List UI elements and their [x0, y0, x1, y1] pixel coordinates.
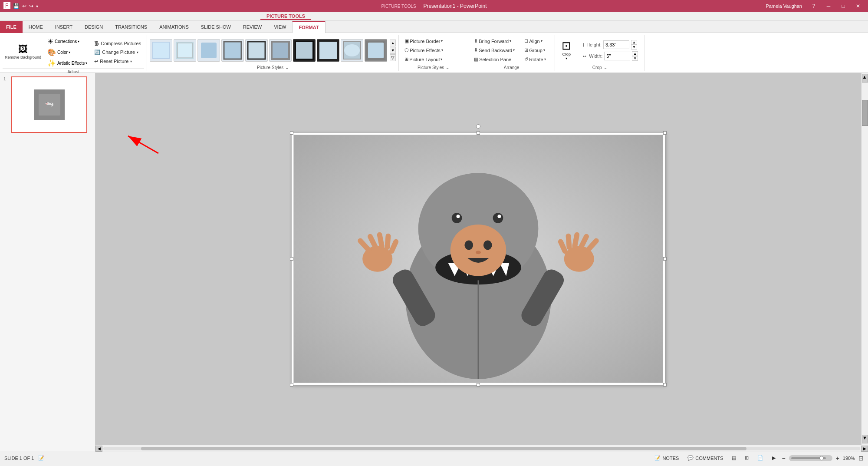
- rotate-icon: ↺: [524, 56, 528, 62]
- change-icon: 🔄: [94, 50, 100, 55]
- ribbon-tabs-wrapper: PICTURE TOOLS FILE HOME INSERT DESIGN TR…: [0, 12, 868, 33]
- color-button[interactable]: 🎨 Color ▾: [45, 47, 89, 57]
- color-icon: 🎨: [47, 48, 56, 56]
- picture-style-10[interactable]: [365, 39, 387, 62]
- send-backward-button[interactable]: ⬇ Send Backward ▾: [471, 46, 518, 54]
- comments-button[interactable]: 💬 COMMENTS: [685, 454, 726, 462]
- zoom-out-button[interactable]: −: [782, 455, 785, 462]
- tab-insert[interactable]: INSERT: [49, 21, 79, 33]
- compress-pictures-button[interactable]: 🗜 Compress Pictures: [91, 40, 144, 47]
- picture-border-button[interactable]: ▣ Picture Border ▾: [401, 37, 446, 45]
- handle-ml[interactable]: [290, 257, 293, 261]
- status-bar: SLIDE 1 OF 1 📝 📝 NOTES 💬 COMMENTS ▤ ⊞ 📄 …: [0, 452, 868, 464]
- align-button[interactable]: ⊟ Align ▾: [521, 37, 549, 45]
- tab-design[interactable]: DESIGN: [79, 21, 109, 33]
- picture-style-6[interactable]: [269, 39, 292, 62]
- zoom-level[interactable]: 190%: [843, 456, 855, 461]
- picture-style-9[interactable]: [341, 39, 363, 62]
- crop-arrow: ▾: [566, 56, 567, 60]
- help-button[interactable]: ?: [807, 1, 820, 11]
- quick-access-save[interactable]: 💾: [13, 3, 20, 9]
- remove-background-button[interactable]: 🖼 Remove Background: [3, 43, 43, 61]
- svg-line-42: [569, 236, 569, 248]
- picture-layout-button[interactable]: ⊞ Picture Layout ▾: [401, 55, 446, 63]
- user-name: Pamela Vaughan: [766, 3, 802, 9]
- crop-button[interactable]: ⊡ Crop ▾: [558, 39, 575, 62]
- quick-access-undo[interactable]: ↩: [22, 3, 26, 9]
- title-bar-left: 🅿 💾 ↩ ↪ ▾: [3, 2, 38, 10]
- height-row: ↕ Height: ▲ ▼: [582, 40, 638, 50]
- minimize-button[interactable]: ─: [822, 1, 835, 11]
- width-spinner[interactable]: ▲ ▼: [632, 51, 638, 61]
- artistic-effects-button[interactable]: ✨ Artistic Effects ▾: [45, 58, 89, 68]
- handle-tl[interactable]: [290, 131, 293, 135]
- group-button[interactable]: ⊞ Group ▾: [521, 46, 549, 54]
- fit-slide-button[interactable]: ⊡: [858, 455, 864, 462]
- size-expand[interactable]: ⌄: [604, 65, 607, 70]
- tab-file[interactable]: FILE: [0, 21, 23, 33]
- change-picture-button[interactable]: 🔄 Change Picture ▾: [91, 48, 144, 56]
- slide-sorter-button[interactable]: ⊞: [742, 454, 751, 462]
- height-input[interactable]: [603, 40, 629, 49]
- handle-bl[interactable]: [290, 383, 293, 387]
- picture-style-5[interactable]: [245, 39, 268, 62]
- width-row: ↔ Width: ▲ ▼: [582, 51, 638, 61]
- gallery-expand[interactable]: ▽: [390, 54, 396, 61]
- gallery-scroll-down[interactable]: ▼: [390, 47, 396, 54]
- handle-tc[interactable]: [477, 131, 480, 135]
- picture-effects-button[interactable]: ⬡ Picture Effects ▾: [401, 46, 446, 54]
- svg-line-50: [128, 136, 158, 153]
- height-spinner[interactable]: ▲ ▼: [631, 40, 637, 50]
- selection-pane-button[interactable]: ▤ Selection Pane: [471, 55, 518, 63]
- picture-style-8[interactable]: [317, 39, 339, 62]
- quick-access-customize[interactable]: ▾: [36, 4, 38, 9]
- picture-styles-expand[interactable]: ⌄: [285, 65, 289, 70]
- reset-picture-button[interactable]: ↩ Reset Picture ▾: [91, 57, 144, 66]
- tab-slideshow[interactable]: SLIDE SHOW: [195, 21, 237, 33]
- picture-effects-expand[interactable]: ⌄: [446, 65, 449, 70]
- slide-preview[interactable]: 🦈: [11, 76, 87, 133]
- handle-bc[interactable]: [477, 383, 480, 387]
- svg-line-34: [380, 235, 382, 246]
- svg-point-28: [483, 241, 492, 250]
- reading-view-button[interactable]: 📄: [755, 454, 766, 462]
- tab-review[interactable]: REVIEW: [237, 21, 268, 33]
- picture-style-2[interactable]: [174, 39, 196, 62]
- picture-style-7[interactable]: [293, 39, 316, 62]
- vertical-scrollbar[interactable]: ▲ ▼: [861, 73, 868, 445]
- picture-style-1[interactable]: [150, 39, 172, 62]
- picture-tools-label: PICTURE TOOLS: [260, 13, 311, 20]
- rotate-button[interactable]: ↺ Rotate ▾: [521, 55, 549, 63]
- adjust-group: 🖼 Remove Background ☀ Corrections ▾ 🎨 Co…: [0, 35, 147, 71]
- tab-format[interactable]: FORMAT: [292, 21, 325, 33]
- quick-access-redo[interactable]: ↪: [29, 3, 33, 9]
- zoom-slider[interactable]: [789, 455, 832, 461]
- change-arrow: ▾: [137, 50, 138, 54]
- slide-notes-toggle[interactable]: 📝: [38, 455, 44, 461]
- handle-br[interactable]: [663, 383, 667, 387]
- tab-transitions[interactable]: TRANSITIONS: [109, 21, 153, 33]
- title-bar: 🅿 💾 ↩ ↪ ▾ PICTURE TOOLS Presentation1 - …: [0, 0, 868, 12]
- zoom-in-button[interactable]: +: [836, 455, 839, 462]
- corrections-button[interactable]: ☀ Corrections ▾: [45, 36, 89, 46]
- handle-mr[interactable]: [663, 257, 667, 261]
- slide-canvas: [292, 133, 665, 385]
- tab-home[interactable]: HOME: [23, 21, 49, 33]
- picture-style-4[interactable]: [221, 39, 244, 62]
- horizontal-scrollbar[interactable]: ◀ ▶: [95, 445, 868, 452]
- maximize-button[interactable]: □: [837, 1, 850, 11]
- rotate-handle[interactable]: [476, 124, 480, 129]
- close-button[interactable]: ✕: [852, 1, 865, 11]
- notes-button[interactable]: 📝 NOTES: [652, 454, 681, 462]
- slideshow-button[interactable]: ▶: [769, 454, 778, 462]
- bring-forward-button[interactable]: ⬆ Bring Forward ▾: [471, 37, 518, 45]
- main-picture[interactable]: [293, 135, 663, 383]
- gallery-scroll-up[interactable]: ▲: [390, 40, 396, 46]
- tab-animations[interactable]: ANIMATIONS: [153, 21, 195, 33]
- crop-label: Crop: [562, 52, 571, 57]
- normal-view-button[interactable]: ▤: [729, 454, 739, 462]
- handle-tr[interactable]: [663, 131, 667, 135]
- picture-style-3[interactable]: [197, 39, 220, 62]
- tab-view[interactable]: VIEW: [268, 21, 292, 33]
- width-input[interactable]: [604, 52, 630, 60]
